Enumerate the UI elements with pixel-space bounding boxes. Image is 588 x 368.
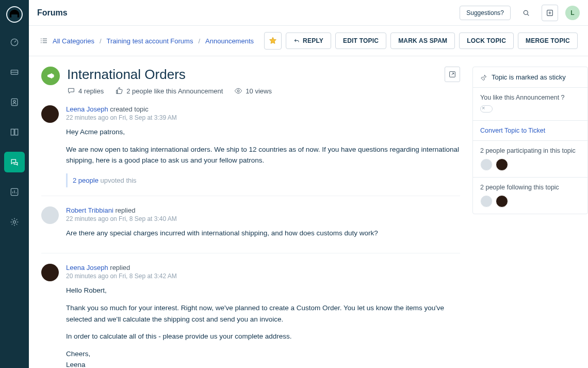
- post-paragraph: We are now open to taking international …: [66, 144, 460, 166]
- topic-meta: 4 replies 2 people like this Announcemen…: [67, 87, 437, 95]
- post-header: Leena Joseph replied: [66, 264, 460, 271]
- reply-button[interactable]: REPLY: [286, 33, 331, 49]
- lock-topic-button[interactable]: LOCK TOPIC: [459, 33, 514, 49]
- search-icon: [522, 9, 530, 17]
- post: Robert Tribbiani replied22 minutes ago o…: [41, 196, 460, 253]
- reply-arrow-icon: [293, 38, 300, 44]
- mark-spam-button[interactable]: MARK AS SPAM: [390, 33, 455, 49]
- post-paragraph: Hey Acme patrons,: [66, 126, 460, 138]
- new-button[interactable]: [542, 5, 558, 21]
- topic-title: International Orders: [67, 67, 437, 83]
- convert-to-ticket-link[interactable]: Convert Topic to Ticket: [473, 121, 587, 140]
- topic-header: International Orders 4 replies 2 people …: [41, 67, 460, 95]
- nav-solutions-icon[interactable]: [4, 122, 25, 142]
- star-button[interactable]: [264, 32, 282, 50]
- post-paragraph: Thank you so much for your interest. Rig…: [66, 302, 460, 325]
- nav-rail: [0, 0, 29, 368]
- suggestions-button[interactable]: Suggestions?: [460, 6, 511, 20]
- post-paragraph: Cheers,Leena: [66, 348, 460, 368]
- post-body: Are there any special charges incurred w…: [66, 228, 460, 239]
- post-paragraph: In order to calculate all of this - plea…: [66, 331, 460, 342]
- star-icon: [268, 36, 277, 45]
- top-bar: Forums Suggestions? L: [29, 0, 588, 26]
- list-toggle-icon[interactable]: [39, 36, 48, 45]
- topic-sidebar: Topic is marked as sticky You like this …: [472, 56, 588, 368]
- follower-avatar[interactable]: [496, 195, 508, 207]
- pin-icon: [480, 74, 487, 81]
- participating-info: 2 people participating in this topic: [473, 141, 587, 177]
- post-body: Hey Acme patrons,We are now open to taki…: [66, 126, 460, 166]
- avatar[interactable]: [41, 206, 59, 224]
- merge-topic-button[interactable]: MERGE TOPIC: [518, 33, 578, 49]
- breadcrumb-link[interactable]: Announcements: [205, 37, 254, 45]
- like-prompt: You like this Announcement ?: [473, 88, 587, 120]
- replies-count: 4 replies: [78, 87, 104, 95]
- svg-point-6: [524, 10, 528, 14]
- post-timestamp: 22 minutes ago on Fri, 8 Sep at 3:39 AM: [66, 114, 460, 121]
- author-link[interactable]: Leena Joseph: [66, 264, 108, 271]
- author-link[interactable]: Leena Joseph: [66, 105, 108, 113]
- author-link[interactable]: Robert Tribbiani: [66, 206, 113, 214]
- page-title: Forums: [37, 8, 68, 18]
- svg-point-8: [237, 90, 239, 92]
- comment-icon: [67, 87, 75, 95]
- nav-dashboard-icon[interactable]: [4, 32, 25, 53]
- post-timestamp: 20 minutes ago on Fri, 8 Sep at 3:42 AM: [66, 273, 460, 280]
- breadcrumb-link[interactable]: All Categories: [53, 37, 94, 45]
- eye-icon: [234, 87, 242, 95]
- views-text: 10 views: [246, 87, 272, 95]
- post-header: Robert Tribbiani replied: [66, 206, 460, 214]
- participant-avatar[interactable]: [480, 158, 493, 171]
- external-link-icon: [448, 70, 456, 78]
- nav-contacts-icon[interactable]: [4, 92, 25, 113]
- avatar[interactable]: [41, 105, 59, 123]
- post-timestamp: 22 minutes ago on Fri, 8 Sep at 3:40 AM: [66, 215, 460, 222]
- search-button[interactable]: [518, 5, 534, 21]
- upvote-strip[interactable]: 2 people upvoted this: [66, 173, 460, 187]
- svg-point-5: [13, 221, 16, 223]
- post-paragraph: Are there any special charges incurred w…: [66, 228, 460, 239]
- participant-avatar[interactable]: [496, 158, 508, 171]
- user-avatar[interactable]: L: [565, 6, 580, 20]
- nav-forums-icon[interactable]: [4, 152, 25, 172]
- post: Leena Joseph replied20 minutes ago on Fr…: [41, 253, 460, 368]
- plus-icon: [546, 9, 554, 17]
- like-toggle[interactable]: [480, 105, 493, 113]
- avatar[interactable]: [41, 264, 59, 281]
- main-area: Forums Suggestions? L All Categories/ Tr…: [29, 0, 588, 368]
- post-paragraph: Hello Robert,: [66, 285, 460, 296]
- breadcrumbs: All Categories/ Training test account Fo…: [53, 37, 254, 45]
- app-logo[interactable]: [6, 6, 23, 23]
- post-header: Leena Joseph created topic: [66, 105, 460, 113]
- action-bar: All Categories/ Training test account Fo…: [29, 26, 588, 56]
- open-in-portal-button[interactable]: [445, 67, 460, 82]
- edit-topic-button[interactable]: EDIT TOPIC: [335, 33, 386, 49]
- post: Leena Joseph created topic22 minutes ago…: [41, 95, 460, 196]
- content-area: International Orders 4 replies 2 people …: [29, 56, 588, 368]
- announcement-badge-icon: [41, 67, 60, 85]
- thread-column: International Orders 4 replies 2 people …: [29, 56, 472, 368]
- following-info: 2 people following this topic: [473, 178, 587, 214]
- svg-point-3: [13, 100, 15, 102]
- nav-settings-icon[interactable]: [4, 212, 25, 232]
- sticky-indicator: Topic is marked as sticky: [473, 67, 587, 87]
- nav-tickets-icon[interactable]: [4, 62, 25, 83]
- thumb-up-icon: [115, 87, 123, 95]
- post-body: Hello Robert,Thank you so much for your …: [66, 285, 460, 368]
- nav-reports-icon[interactable]: [4, 182, 25, 202]
- breadcrumb-link[interactable]: Training test account Forums: [107, 37, 193, 45]
- follower-avatar[interactable]: [480, 195, 493, 207]
- likes-text: 2 people like this Announcement: [126, 87, 223, 95]
